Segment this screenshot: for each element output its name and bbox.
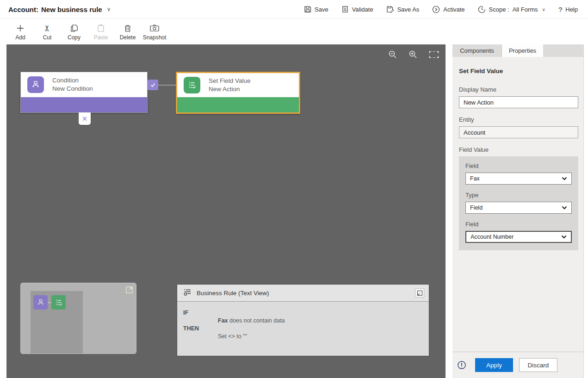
panel-tabs: Components Properties bbox=[452, 44, 583, 57]
node-type-label: Condition bbox=[52, 76, 93, 85]
chevron-down-icon: ∨ bbox=[107, 6, 111, 12]
then-statement: Set <> to "" bbox=[183, 333, 422, 341]
minimap-viewport[interactable] bbox=[31, 291, 83, 353]
business-rule-icon bbox=[183, 288, 192, 298]
apply-button[interactable]: Apply bbox=[475, 358, 513, 372]
zoom-in-icon[interactable] bbox=[409, 50, 418, 61]
text-view-body: IF Fax does not contain data THEN Set <>… bbox=[177, 302, 429, 341]
canvas-zoom-controls bbox=[388, 50, 439, 61]
entity-title: Account: bbox=[8, 6, 38, 13]
action-node-header: Set Field Value New Action bbox=[177, 73, 299, 97]
action-node-labels: Set Field Value New Action bbox=[209, 77, 251, 93]
chevron-down-icon bbox=[562, 175, 567, 182]
action-node-bar bbox=[177, 97, 299, 112]
true-branch-check-icon[interactable] bbox=[148, 80, 158, 90]
condition-node-bar bbox=[21, 97, 147, 112]
if-keyword: IF bbox=[183, 310, 218, 317]
text-view-title: Business Rule (Text View) bbox=[197, 290, 269, 297]
paste-button: Paste bbox=[87, 24, 114, 41]
type-select[interactable]: Field bbox=[465, 202, 572, 214]
node-type-label: Set Field Value bbox=[209, 77, 251, 85]
designer-toolbar: Add ✂ Cut Copy Paste Delete Snapsh bbox=[0, 19, 588, 44]
activate-icon bbox=[432, 6, 440, 13]
validate-icon bbox=[341, 6, 349, 13]
delete-icon bbox=[123, 24, 132, 33]
copy-button[interactable]: Copy bbox=[61, 24, 87, 41]
condition-node-labels: Condition New Condition bbox=[52, 76, 93, 93]
scope-icon bbox=[478, 6, 486, 13]
discard-button[interactable]: Discard bbox=[519, 358, 557, 372]
set-field-value-icon bbox=[184, 77, 200, 93]
if-subject: Fax bbox=[218, 317, 228, 324]
condition-icon bbox=[27, 76, 44, 93]
chevron-down-icon bbox=[561, 234, 567, 240]
help-button[interactable]: ? Help bbox=[558, 6, 578, 13]
field-value-group: Field Fax Type Field Field Account Numbe… bbox=[459, 156, 578, 250]
chevron-down-icon: ∨ bbox=[542, 7, 545, 12]
panel-section-title: Set Field Value bbox=[459, 68, 578, 74]
copy-icon bbox=[69, 24, 79, 33]
scope-value: All Forms bbox=[513, 6, 538, 13]
condition-node[interactable]: Condition New Condition bbox=[20, 72, 148, 113]
text-view-header: Business Rule (Text View) bbox=[177, 285, 429, 302]
cut-button[interactable]: ✂ Cut bbox=[34, 24, 61, 41]
zoom-out-icon[interactable] bbox=[388, 50, 397, 61]
branch-connector bbox=[158, 85, 176, 86]
validate-button[interactable]: Validate bbox=[341, 6, 373, 13]
text-view-panel: Business Rule (Text View) IF Fax does no… bbox=[177, 284, 429, 356]
display-name-label: Display Name bbox=[459, 86, 578, 93]
cut-icon: ✂ bbox=[43, 25, 52, 31]
command-bar: Save Validate Save As Activate bbox=[304, 6, 588, 13]
save-icon bbox=[304, 6, 311, 13]
add-icon bbox=[16, 24, 25, 33]
display-name-input[interactable] bbox=[459, 96, 578, 108]
delete-button[interactable]: Delete bbox=[114, 24, 141, 41]
designer-canvas[interactable]: Condition New Condition ✕ Set Field bbox=[6, 44, 446, 378]
panel-body: Set Field Value Display Name Entity Fiel… bbox=[452, 57, 583, 352]
save-button[interactable]: Save bbox=[304, 6, 328, 13]
text-view-expand-icon[interactable] bbox=[415, 288, 424, 297]
minimap-condition-node bbox=[33, 295, 48, 310]
rule-title: New business rule bbox=[41, 6, 102, 13]
tab-components[interactable]: Components bbox=[452, 44, 502, 57]
set-field-value-node[interactable]: Set Field Value New Action bbox=[176, 72, 300, 114]
breadcrumb[interactable]: Account: New business rule ∨ bbox=[0, 6, 111, 13]
field-value-label: Field Value bbox=[459, 146, 578, 153]
false-branch-x-badge[interactable]: ✕ bbox=[79, 112, 91, 125]
snapshot-icon bbox=[149, 24, 160, 33]
minimap-action-node bbox=[51, 295, 66, 310]
field-source-select[interactable]: Fax bbox=[465, 173, 572, 185]
field-source-label: Field bbox=[465, 162, 572, 169]
minimap-connector bbox=[48, 302, 51, 303]
activate-button[interactable]: Activate bbox=[432, 6, 464, 13]
help-icon: ? bbox=[558, 6, 562, 13]
node-name-label: New Action bbox=[209, 85, 251, 93]
if-statement: Fax does not contain data bbox=[183, 317, 422, 325]
fit-to-canvas-icon[interactable] bbox=[429, 51, 439, 60]
save-as-icon bbox=[386, 6, 394, 13]
tab-properties[interactable]: Properties bbox=[502, 44, 543, 57]
panel-footer: Apply Discard bbox=[452, 352, 583, 378]
field-target-label: Field bbox=[465, 221, 572, 228]
scope-selector[interactable]: Scope : All Forms ∨ bbox=[478, 6, 545, 13]
snapshot-button[interactable]: Snapshot bbox=[141, 24, 168, 41]
type-label: Type bbox=[465, 192, 572, 198]
chevron-down-icon bbox=[562, 204, 567, 211]
field-target-select[interactable]: Account Number bbox=[465, 231, 572, 243]
condition-node-header: Condition New Condition bbox=[21, 72, 147, 97]
add-button[interactable]: Add bbox=[7, 24, 34, 41]
then-keyword: THEN bbox=[183, 325, 218, 333]
node-name-label: New Condition bbox=[52, 85, 93, 93]
save-as-button[interactable]: Save As bbox=[386, 6, 420, 13]
paste-icon bbox=[96, 24, 105, 33]
entity-label: Entity bbox=[459, 116, 578, 123]
minimap-expand-icon[interactable] bbox=[125, 286, 133, 296]
minimap[interactable] bbox=[20, 283, 136, 354]
app-header: Account: New business rule ∨ Save Valida… bbox=[0, 0, 588, 19]
entity-input bbox=[459, 126, 578, 138]
properties-panel: Components Properties Set Field Value Di… bbox=[452, 44, 584, 378]
x-icon: ✕ bbox=[82, 115, 88, 123]
info-icon[interactable] bbox=[457, 360, 466, 370]
